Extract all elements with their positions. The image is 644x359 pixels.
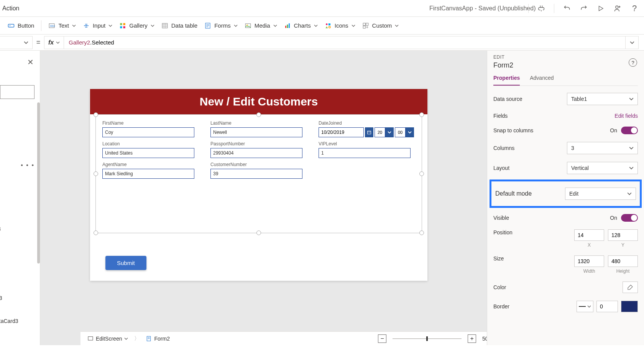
tab-properties[interactable]: Properties bbox=[493, 75, 520, 86]
chevron-down-icon bbox=[234, 24, 238, 28]
edit-fields-link[interactable]: Edit fields bbox=[614, 113, 638, 119]
zoom-slider[interactable] bbox=[393, 338, 462, 339]
ribbon-label: Button bbox=[18, 22, 34, 29]
svg-rect-10 bbox=[162, 23, 168, 28]
prop-label: Color bbox=[493, 284, 506, 290]
breadcrumb-screen[interactable]: EditScreen bbox=[87, 336, 128, 342]
chevron-down-icon bbox=[629, 97, 634, 101]
columns-select[interactable]: 3 bbox=[567, 142, 638, 154]
menu-action[interactable]: Action bbox=[0, 5, 19, 12]
border-width-input[interactable] bbox=[596, 301, 618, 312]
formula-input[interactable]: Gallery2.Selected bbox=[64, 36, 626, 49]
submit-button[interactable]: Submit bbox=[105, 256, 146, 270]
calendar-icon[interactable] bbox=[365, 127, 373, 137]
chevron-down-icon bbox=[124, 337, 128, 341]
help-icon[interactable]: ? bbox=[629, 58, 637, 67]
chevron-down-icon bbox=[627, 191, 632, 196]
svg-rect-16 bbox=[289, 23, 290, 28]
position-x-input[interactable] bbox=[574, 229, 604, 241]
fx-button[interactable]: fx bbox=[44, 36, 64, 49]
toggle-state: On bbox=[610, 215, 617, 221]
border-style-select[interactable] bbox=[577, 301, 593, 312]
resize-handle[interactable] bbox=[94, 231, 98, 235]
chevron-down-icon bbox=[273, 24, 277, 28]
insert-charts[interactable]: Charts bbox=[284, 22, 318, 29]
insert-forms[interactable]: Forms bbox=[204, 22, 238, 29]
insert-icons[interactable]: Icons bbox=[325, 22, 355, 29]
tab-advanced[interactable]: Advanced bbox=[530, 75, 554, 86]
zoom-thumb[interactable] bbox=[426, 336, 428, 341]
position-y-input[interactable] bbox=[608, 229, 638, 241]
zoom-in-button[interactable]: + bbox=[468, 334, 476, 343]
resize-handle[interactable] bbox=[419, 171, 424, 176]
formula-expand[interactable] bbox=[626, 36, 639, 49]
default-mode-select[interactable]: Edit bbox=[565, 188, 636, 200]
svg-rect-7 bbox=[123, 23, 125, 25]
separator bbox=[554, 4, 554, 13]
vip-input[interactable] bbox=[319, 148, 411, 158]
insert-custom[interactable]: Custom bbox=[362, 22, 399, 29]
first-name-input[interactable] bbox=[102, 127, 194, 137]
layout-select[interactable]: Vertical bbox=[567, 162, 638, 174]
data-source-select[interactable]: Table1 bbox=[567, 93, 638, 105]
date-hour-input[interactable] bbox=[375, 127, 385, 137]
chevron-down-icon[interactable] bbox=[385, 127, 394, 137]
play-preview-icon[interactable] bbox=[596, 4, 605, 13]
date-min-input[interactable] bbox=[395, 127, 406, 137]
svg-point-0 bbox=[616, 6, 618, 8]
share-user-icon[interactable] bbox=[613, 4, 622, 13]
chevron-down-icon bbox=[24, 40, 28, 45]
visible-toggle[interactable] bbox=[621, 214, 638, 222]
svg-rect-23 bbox=[368, 131, 371, 134]
tree-scrollbar[interactable] bbox=[37, 102, 40, 263]
help-icon[interactable]: ? bbox=[630, 4, 639, 13]
property-dropdown[interactable] bbox=[0, 36, 33, 49]
app-checker-icon[interactable] bbox=[537, 4, 545, 13]
undo-icon[interactable] bbox=[563, 4, 571, 13]
passport-input[interactable] bbox=[210, 148, 302, 158]
zoom-out-button[interactable]: − bbox=[378, 334, 386, 343]
insert-button[interactable]: Button bbox=[8, 22, 34, 29]
app-canvas[interactable]: New / Edit Customers FirstName bbox=[90, 89, 427, 281]
resize-handle[interactable] bbox=[94, 112, 98, 117]
location-input[interactable] bbox=[102, 148, 194, 158]
chevron-down-icon bbox=[108, 24, 112, 28]
insert-data-table[interactable]: Data table bbox=[161, 22, 197, 29]
breadcrumb-form[interactable]: Form2 bbox=[146, 336, 169, 342]
field-label: AgentName bbox=[102, 162, 199, 167]
ribbon-label: Input bbox=[93, 22, 105, 29]
close-icon[interactable]: ✕ bbox=[27, 58, 34, 67]
insert-media[interactable]: Media bbox=[245, 22, 277, 29]
width-input[interactable] bbox=[574, 255, 604, 267]
snap-toggle[interactable] bbox=[621, 127, 638, 134]
date-joined-input[interactable] bbox=[319, 127, 364, 137]
insert-text[interactable]: Abc Text bbox=[48, 22, 76, 29]
chevron-down-icon bbox=[72, 24, 76, 28]
resize-handle[interactable] bbox=[419, 112, 424, 117]
ribbon-label: Media bbox=[255, 22, 270, 29]
formula-prop: .Selected bbox=[90, 39, 114, 46]
border-color-swatch[interactable] bbox=[621, 301, 638, 312]
last-name-input[interactable] bbox=[210, 127, 302, 137]
chevron-down-icon bbox=[629, 166, 634, 170]
customer-number-input[interactable] bbox=[210, 169, 302, 179]
agent-input[interactable] bbox=[102, 169, 194, 179]
resize-handle[interactable] bbox=[256, 112, 261, 117]
height-input[interactable] bbox=[608, 255, 638, 267]
tree-search-input[interactable] bbox=[0, 85, 34, 99]
prop-label: Border bbox=[493, 303, 509, 310]
field-label: PassportNumber bbox=[210, 141, 307, 147]
svg-point-17 bbox=[326, 23, 328, 25]
dim-label: Width bbox=[574, 268, 604, 274]
svg-point-5 bbox=[85, 25, 87, 26]
resize-handle[interactable] bbox=[94, 171, 98, 176]
insert-gallery[interactable]: Gallery bbox=[119, 22, 154, 29]
insert-input[interactable]: Input bbox=[83, 22, 112, 29]
chevron-down-icon[interactable] bbox=[406, 127, 414, 137]
resize-handle[interactable] bbox=[256, 231, 261, 235]
color-picker-button[interactable] bbox=[623, 282, 638, 293]
redo-icon[interactable] bbox=[580, 4, 588, 13]
tree-item-menu[interactable]: • • • bbox=[21, 162, 34, 169]
resize-handle[interactable] bbox=[419, 231, 424, 235]
default-mode-highlight: Default mode Edit bbox=[490, 180, 642, 208]
